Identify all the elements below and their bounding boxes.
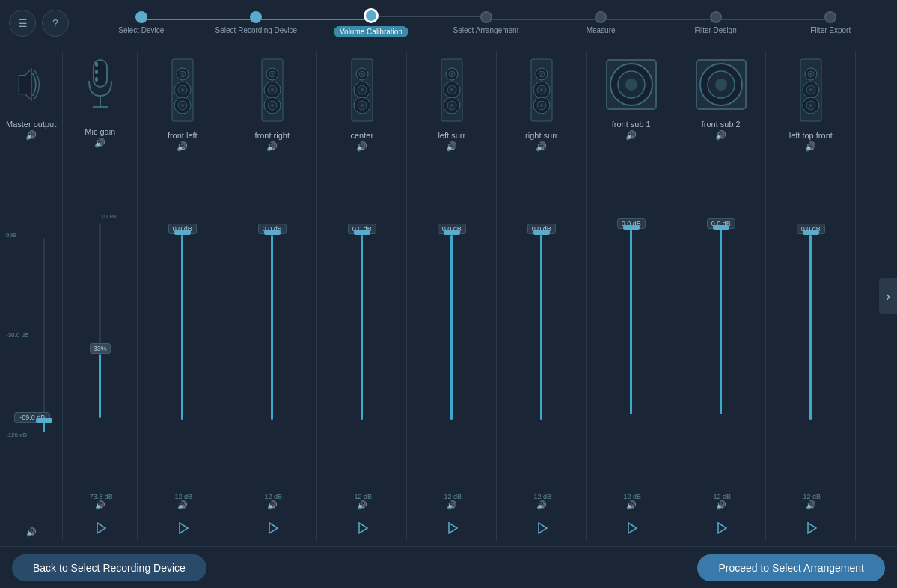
fader-track-right-surr[interactable]: 0.0 dB <box>540 225 542 420</box>
play-button-center[interactable] <box>350 516 374 540</box>
mute-icon-center[interactable]: 🔊 <box>356 141 367 152</box>
fader-track-front-left[interactable]: 0.0 dB <box>181 225 183 420</box>
fader-track-front-sub-2[interactable]: 0.0 dB <box>720 220 722 414</box>
svg-marker-66 <box>628 523 637 533</box>
play-button-left-top-front[interactable] <box>799 516 823 540</box>
step-label-4: Measure <box>587 26 616 34</box>
svg-marker-61 <box>539 523 547 533</box>
fader-handle-front-right[interactable] <box>264 230 281 235</box>
play-button-front-right[interactable] <box>260 516 284 540</box>
mute-icon-right-surr[interactable]: 🔊 <box>536 141 547 152</box>
master-db-scale: 0dB-30.0 dB-120 dB <box>6 230 31 440</box>
step-volume-calibration: Volume Calibration <box>313 8 429 37</box>
mute-icon-mic[interactable]: 🔊 <box>94 138 105 148</box>
bottom-mute-icon-master[interactable]: 🔊 <box>26 527 37 537</box>
fader-track-front-sub-1[interactable]: 0.0 dB <box>630 220 632 414</box>
svg-point-27 <box>271 104 274 107</box>
play-button-mic[interactable] <box>88 516 112 540</box>
channel-label-front-right: front right <box>255 131 290 140</box>
svg-point-43 <box>450 73 453 76</box>
fader-handle-front-sub-1[interactable] <box>623 225 640 230</box>
svg-point-78 <box>809 88 812 91</box>
step-dot-6 <box>824 11 836 23</box>
svg-rect-1 <box>95 62 98 67</box>
fader-handle-front-left[interactable] <box>174 230 191 235</box>
fader-track-front-right[interactable]: 0.0 dB <box>271 225 273 420</box>
back-button[interactable]: Back to Select Recording Device <box>12 554 206 581</box>
channel-front-left: front left🔊0.0 dB-12 dB🔊 <box>138 52 227 540</box>
fader-handle-front-sub-2[interactable] <box>713 225 729 230</box>
channels-container: Master output🔊0dB-30.0 dB-120 dB-89.0 dB… <box>0 46 897 546</box>
bottom-mute-icon-front-right[interactable]: 🔊 <box>267 500 278 510</box>
mute-icon-front-sub-1[interactable]: 🔊 <box>625 130 637 141</box>
fader-wrap-right-surr: 0.0 dB <box>503 153 580 491</box>
mute-icon-left-surr[interactable]: 🔊 <box>446 141 457 152</box>
bottom-mute-icon-front-sub-2[interactable]: 🔊 <box>716 500 726 510</box>
mute-icon-front-sub-2[interactable]: 🔊 <box>715 130 726 141</box>
svg-point-65 <box>625 79 637 91</box>
bottom-mute-icon-front-left[interactable]: 🔊 <box>177 500 188 510</box>
fader-wrap-left-surr: 0.0 dB <box>413 153 490 491</box>
mic-fader-handle[interactable]: 33% <box>92 349 108 354</box>
fader-handle-left-top-front[interactable] <box>803 230 819 235</box>
channel-front-sub-2: front sub 2🔊0.0 dB-12 dB🔊 <box>676 52 766 540</box>
fader-track-left-surr[interactable]: 0.0 dB <box>450 225 453 420</box>
bottom-icon-row-mic: 🔊 <box>95 500 105 510</box>
bottom-label-mic: -73.3 dB <box>88 493 113 500</box>
svg-point-24 <box>271 88 274 91</box>
bottom-icon-row-master: 🔊 <box>26 527 37 537</box>
bottom-mute-icon-left-top-front[interactable]: 🔊 <box>806 500 816 510</box>
scroll-right-button[interactable]: › <box>879 278 897 314</box>
channel-label-left-top-front: left top front <box>789 131 833 140</box>
channel-icon-right-surr <box>519 58 564 125</box>
step-label-0: Select Device <box>118 26 164 34</box>
next-button[interactable]: Proceed to Select Arrangement <box>697 554 885 581</box>
play-button-front-sub-2[interactable] <box>709 516 733 540</box>
master-db-label-2: -120 dB <box>6 432 28 438</box>
svg-point-70 <box>715 79 727 91</box>
master-fader-handle[interactable] <box>36 418 52 423</box>
channel-left-top-front: left top front🔊0.0 dB-12 dB🔊 <box>766 52 856 540</box>
mute-icon-master[interactable]: 🔊 <box>25 130 37 141</box>
mute-icon-front-right[interactable]: 🔊 <box>266 141 278 152</box>
play-button-front-sub-1[interactable] <box>619 516 643 540</box>
play-button-left-surr[interactable] <box>440 516 464 540</box>
bottom-mute-icon-mic[interactable]: 🔊 <box>95 500 105 510</box>
fader-track-center[interactable]: 0.0 dB <box>361 225 363 420</box>
channel-icon-front-sub-2 <box>695 58 747 114</box>
channel-icon-mic <box>82 58 119 121</box>
bottom-label-center: -12 dB <box>352 493 373 500</box>
fader-handle-left-surr[interactable] <box>444 230 460 235</box>
bottom-mute-icon-front-sub-1[interactable]: 🔊 <box>626 500 637 510</box>
channel-icon-front-sub-1 <box>605 58 658 114</box>
help-button[interactable]: ? <box>42 10 69 37</box>
bottom-mute-icon-center[interactable]: 🔊 <box>357 500 367 510</box>
svg-marker-28 <box>269 523 278 533</box>
fader-track-left-top-front[interactable]: 0.0 dB <box>809 225 812 420</box>
step-filter-export: Filter Export <box>773 11 888 34</box>
bottom-icon-row-front-left: 🔊 <box>177 500 188 510</box>
menu-button[interactable]: ☰ <box>9 10 36 37</box>
master-fader-track[interactable]: -89.0 dB <box>43 238 45 432</box>
fader-wrap-front-right: 0.0 dB <box>233 153 310 491</box>
mute-icon-left-top-front[interactable]: 🔊 <box>805 141 816 152</box>
bottom-label-front-right: -12 dB <box>263 493 283 500</box>
mic-fader-track[interactable]: 100%33% <box>99 224 101 418</box>
step-select-device: Select Device <box>84 11 199 34</box>
fader-handle-center[interactable] <box>354 230 370 235</box>
channel-label-front-left: front left <box>168 131 198 140</box>
play-button-front-left[interactable] <box>171 516 195 540</box>
fader-handle-right-surr[interactable] <box>533 230 550 235</box>
channel-center: center🔊0.0 dB-12 dB🔊 <box>317 52 407 540</box>
svg-point-60 <box>540 104 543 107</box>
svg-marker-17 <box>180 523 188 533</box>
step-measure: Measure <box>543 11 658 34</box>
channel-front-right: front right🔊0.0 dB-12 dB🔊 <box>227 52 317 540</box>
mute-icon-front-left[interactable]: 🔊 <box>177 141 188 152</box>
svg-point-13 <box>181 88 184 91</box>
bottom-mute-icon-left-surr[interactable]: 🔊 <box>447 500 457 510</box>
bottom-icon-row-front-right: 🔊 <box>267 500 278 510</box>
bottom-mute-icon-right-surr[interactable]: 🔊 <box>536 500 547 510</box>
channel-label-front-sub-2: front sub 2 <box>702 120 741 129</box>
play-button-right-surr[interactable] <box>530 516 554 540</box>
